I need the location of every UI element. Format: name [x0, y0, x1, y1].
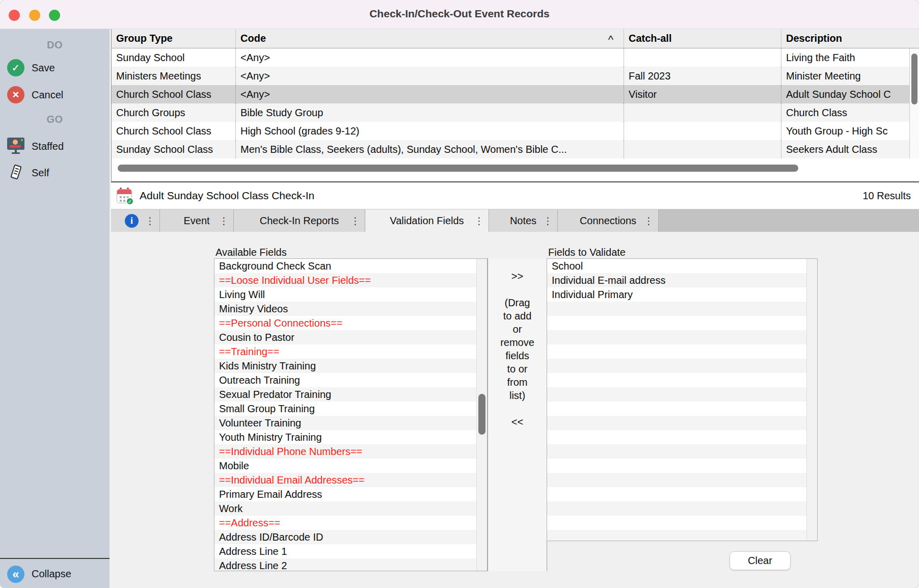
tab[interactable]: Notes ⋮: [489, 209, 558, 232]
validate-field-item[interactable]: School: [547, 259, 817, 273]
tab-label: Event: [183, 215, 209, 227]
self-label: Self: [32, 167, 49, 179]
tab-menu-kebab-icon[interactable]: ⋮: [145, 215, 155, 227]
table-row[interactable]: Church School Class High School (grades …: [112, 122, 919, 140]
tab-label: Notes: [510, 215, 536, 227]
cell-description: Seekers Adult Class: [781, 140, 919, 158]
tab-menu-kebab-icon[interactable]: ⋮: [350, 215, 360, 227]
validate-list-scrollbar[interactable]: [806, 259, 817, 541]
column-header-group-type[interactable]: Group Type: [112, 29, 236, 48]
cell-catch-all: Fall 2023: [624, 67, 781, 85]
table-horizontal-scrollbar-thumb[interactable]: [118, 165, 798, 172]
available-field-item[interactable]: Ministry Videos: [214, 302, 487, 316]
collapse-chevrons-icon: «: [7, 566, 24, 583]
cell-group-type: Ministers Meetings: [112, 67, 236, 85]
available-list-scrollbar[interactable]: [476, 259, 487, 571]
sort-ascending-icon: ^: [608, 30, 613, 48]
validate-field-item[interactable]: Individual Primary: [547, 287, 817, 302]
calendar-check-badge-icon: ✓: [126, 197, 134, 205]
table-vertical-scrollbar-thumb[interactable]: [911, 54, 917, 104]
available-field-item[interactable]: Sexual Predator Training: [214, 387, 487, 402]
tab[interactable]: Connections ⋮: [558, 209, 659, 232]
available-field-item[interactable]: ==Training==: [214, 344, 487, 359]
event-records-table: Group Type Code ^ Catch-all Description …: [111, 29, 919, 181]
cell-code: <Any>: [236, 85, 624, 103]
record-header: ✓ Adult Sunday School Class Check-In 10 …: [111, 181, 919, 209]
table-row[interactable]: Church School Class <Any> Visitor Adult …: [112, 85, 919, 103]
sidebar-section-go: GO: [0, 114, 110, 125]
column-header-catch-all[interactable]: Catch-all: [624, 29, 781, 48]
cell-code: Bible Study Group: [236, 103, 624, 122]
tab[interactable]: Event ⋮: [160, 209, 234, 232]
available-field-item[interactable]: Work: [214, 501, 487, 516]
cell-description: Adult Sunday School C: [781, 85, 919, 103]
cell-description: Minister Meeting: [781, 67, 919, 85]
available-field-item[interactable]: ==Individual Phone Numbers==: [214, 444, 487, 459]
collapse-button[interactable]: « Collapse: [0, 560, 110, 588]
tab[interactable]: Validation Fields ⋮: [365, 209, 489, 232]
tab-menu-kebab-icon[interactable]: ⋮: [219, 215, 229, 227]
available-list-scrollbar-thumb[interactable]: [478, 394, 485, 435]
available-field-item[interactable]: ==Address==: [214, 516, 487, 530]
validate-field-item[interactable]: Individual E-mail address: [547, 273, 817, 287]
cell-description: Living the Faith: [781, 48, 919, 67]
save-label: Save: [32, 62, 55, 74]
sidebar-item-self[interactable]: Self: [0, 163, 110, 182]
clear-button[interactable]: Clear: [729, 551, 791, 570]
cancel-label: Cancel: [32, 89, 63, 101]
table-row[interactable]: Sunday School Class Men's Bible Class, S…: [112, 140, 919, 158]
cell-group-type: Church School Class: [112, 85, 236, 103]
column-header-code[interactable]: Code ^: [236, 29, 624, 48]
available-field-item[interactable]: Address Line 2: [214, 558, 487, 571]
available-field-item[interactable]: Small Group Training: [214, 402, 487, 416]
drag-transfer-hint[interactable]: >> (Drag to add or remove fields to or f…: [488, 258, 547, 571]
tab-menu-kebab-icon[interactable]: ⋮: [543, 215, 553, 227]
info-icon: i: [125, 214, 139, 228]
available-field-item[interactable]: Living Will: [214, 287, 487, 302]
available-field-item[interactable]: Kids Ministry Training: [214, 359, 487, 373]
sidebar-item-staffed[interactable]: Staffed: [0, 137, 110, 156]
window-title: Check-In/Check-Out Event Records: [0, 8, 919, 20]
cell-description: Church Class: [781, 103, 919, 122]
available-field-item[interactable]: ==Individual Email Addresses==: [214, 473, 487, 487]
tab-menu-kebab-icon[interactable]: ⋮: [474, 215, 484, 227]
tab-bar-filler: [659, 209, 919, 232]
cell-group-type: Church School Class: [112, 122, 236, 140]
checkin-calendar-icon: ✓: [116, 188, 132, 204]
column-header-description[interactable]: Description: [781, 29, 919, 48]
table-vertical-scrollbar[interactable]: [909, 48, 919, 158]
available-field-item[interactable]: Mobile: [214, 459, 487, 473]
available-field-item[interactable]: Primary Email Address: [214, 487, 487, 501]
available-field-item[interactable]: Address Line 1: [214, 544, 487, 558]
main-area: Group Type Code ^ Catch-all Description …: [110, 29, 919, 588]
app-window: Check-In/Check-Out Event Records DO ✓ Sa…: [0, 0, 919, 588]
cell-group-type: Sunday School: [112, 48, 236, 67]
table-horizontal-scrollbar[interactable]: [112, 163, 919, 174]
table-row[interactable]: Ministers Meetings <Any> Fall 2023 Minis…: [112, 67, 919, 85]
available-field-item[interactable]: ==Loose Individual User Fields==: [214, 273, 487, 287]
available-field-item[interactable]: Outreach Training: [214, 373, 487, 387]
table-row[interactable]: Church Groups Bible Study Group Church C…: [112, 103, 919, 122]
available-field-item[interactable]: ==Personal Connections==: [214, 316, 487, 330]
cell-code: Men's Bible Class, Seekers (adults), Sun…: [236, 140, 624, 158]
titlebar: Check-In/Check-Out Event Records: [0, 0, 919, 29]
cancel-x-icon: ×: [7, 86, 24, 103]
sidebar: DO ✓ Save × Cancel GO Staffed Self: [0, 29, 110, 588]
tab-menu-kebab-icon[interactable]: ⋮: [644, 215, 654, 227]
cell-catch-all: Visitor: [624, 85, 781, 103]
tab[interactable]: Check-In Reports ⋮: [234, 209, 365, 232]
cell-catch-all: [624, 122, 781, 140]
available-field-item[interactable]: Youth Ministry Training: [214, 430, 487, 444]
available-field-item[interactable]: Cousin to Pastor: [214, 330, 487, 344]
sidebar-item-save[interactable]: ✓ Save: [0, 58, 110, 77]
available-fields-label: Available Fields: [215, 247, 287, 258]
table-row[interactable]: Sunday School <Any> Living the Faith: [112, 48, 919, 67]
cell-description: Youth Group - High Sc: [781, 122, 919, 140]
available-field-item[interactable]: Volunteer Training: [214, 416, 487, 430]
cell-group-type: Sunday School Class: [112, 140, 236, 158]
available-field-item[interactable]: Background Check Scan: [214, 259, 487, 273]
tab-info[interactable]: i ⋮: [111, 209, 160, 232]
available-field-item[interactable]: Address ID/Barcode ID: [214, 530, 487, 544]
tab-label: Check-In Reports: [260, 215, 339, 227]
sidebar-item-cancel[interactable]: × Cancel: [0, 85, 110, 104]
